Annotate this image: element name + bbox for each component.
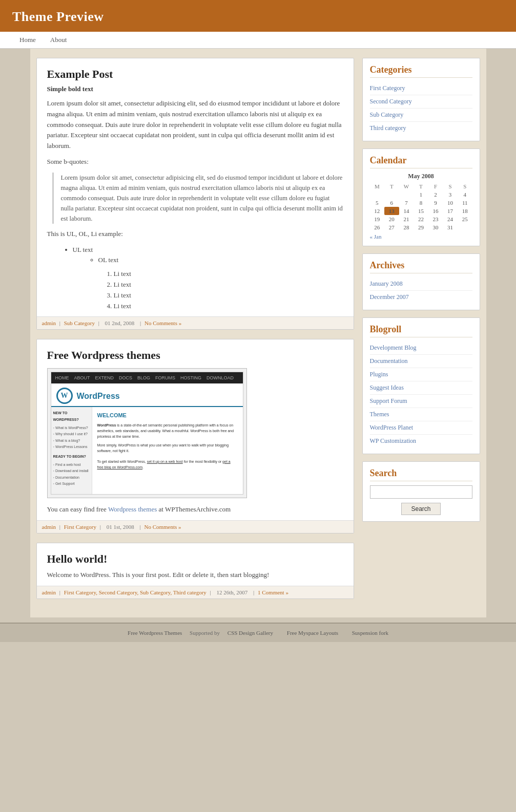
footer-myspace[interactable]: Free Myspace Layouts (287, 630, 338, 636)
nav-home[interactable]: Home (12, 32, 43, 48)
post-meta-example: admin | Sub Category | 01 2nd, 2008 | No… (37, 316, 354, 329)
ul-list: UL text OL text Li text Li text Li text … (73, 245, 343, 312)
cat-sub[interactable]: Sub Category (370, 109, 472, 122)
cal-prev-link[interactable]: « Jan (370, 233, 382, 240)
cal-row-5: 262728293031 (370, 223, 472, 231)
search-input[interactable] (370, 485, 472, 499)
cal-th-w: W (399, 182, 414, 190)
cal-row-4: 19202122232425 (370, 215, 472, 223)
main-nav: Home About (0, 32, 516, 49)
widget-blogroll: Blogroll Development Blog Documentation … (362, 317, 480, 454)
li-item-2: Li text (114, 280, 343, 290)
cal-th-m: M (370, 182, 385, 190)
widget-title-blogroll: Blogroll (370, 324, 472, 337)
widget-title-categories: Categories (370, 65, 472, 78)
wp-welcome-title: WELCOME (97, 411, 238, 420)
wp-screenshot-inner: HOME ABOUT EXTEND DOCS BLOG FORUMS HOSTI… (51, 372, 243, 495)
post-intro-text: Lorem ipsum dolor sit amet, consectetur … (47, 98, 343, 152)
wordpress-themes-link[interactable]: Wordpress themes (108, 505, 157, 513)
ol-sub-list: OL text (98, 255, 343, 266)
cal-row-2: 567891011 (370, 199, 472, 207)
blogroll-plugins[interactable]: Plugins (370, 368, 472, 381)
meta-comments-hello[interactable]: 1 Comment » (258, 589, 288, 595)
nav-about[interactable]: About (43, 32, 74, 48)
widget-title-calendar: Calendar (370, 155, 472, 168)
blogroll-suggest[interactable]: Suggest Ideas (370, 381, 472, 395)
search-button[interactable]: Search (401, 503, 440, 515)
footer-suspension[interactable]: Suspension fork (352, 630, 388, 636)
wp-nav-docs: DOCS (119, 374, 132, 381)
wp-content-area: NEW TO WORDPRESS? ◦ What is WordPress? ◦… (51, 407, 243, 494)
post-title-wordpress: Free Wordpress themes (47, 349, 343, 362)
cat-first[interactable]: First Category (370, 82, 472, 95)
meta-author-wp[interactable]: admin (42, 524, 56, 530)
post-wordpress: Free Wordpress themes HOME ABOUT EXTEND … (36, 339, 354, 533)
wp-sidebar-mini: NEW TO WORDPRESS? ◦ What is WordPress? ◦… (51, 407, 92, 494)
meta-date: 01 2nd, 2008 (105, 320, 135, 326)
post-body-wordpress: HOME ABOUT EXTEND DOCS BLOG FORUMS HOSTI… (47, 368, 343, 515)
calendar-body: 1234 567891011 12131415161718 1920212223… (370, 190, 472, 231)
widget-archives: Archives January 2008 December 2007 (362, 253, 480, 310)
calendar-table: May 2008 M T W T F S S 1234 (370, 173, 472, 231)
cal-th-s1: S (443, 182, 458, 190)
meta-category-wp[interactable]: First Category (64, 524, 96, 530)
meta-date-wp: 01 1st, 2008 (107, 524, 134, 530)
meta-date-hello: 12 26th, 2007 (217, 589, 248, 595)
post-meta-hello: admin | First Category, Second Category,… (37, 586, 354, 599)
wp-brand: WordPress (77, 390, 120, 403)
li-item-1: Li text (114, 269, 343, 280)
wp-nav-blog: BLOG (137, 374, 150, 381)
site-title: Theme Preview (12, 9, 104, 24)
wp-main-area: WELCOME WordPress is a state-of-the-art … (92, 407, 243, 494)
post-title-example: Example Post (47, 68, 343, 81)
calendar-nav: « Jan (370, 233, 472, 240)
cal-th-t2: T (414, 182, 428, 190)
meta-comments-link[interactable]: No Comments » (145, 320, 181, 326)
wp-logo-circle: W (56, 388, 73, 404)
wp-nav-about: ABOUT (74, 374, 90, 381)
cal-th-f: F (428, 182, 443, 190)
meta-author-hello[interactable]: admin (42, 589, 56, 595)
widget-categories: Categories First Category Second Categor… (362, 58, 480, 141)
bquote-label: Some b-quotes: (47, 157, 343, 167)
layout: Example Post Simple bold text Lorem ipsu… (30, 49, 486, 617)
wp-screenshot: HOME ABOUT EXTEND DOCS BLOG FORUMS HOSTI… (47, 368, 247, 498)
meta-categories-hello[interactable]: First Category, Second Category, Sub Cat… (64, 589, 207, 595)
archive-jan-2008[interactable]: January 2008 (370, 277, 472, 291)
blogroll-dev[interactable]: Development Blog (370, 341, 472, 355)
meta-category-link[interactable]: Sub Category (64, 320, 95, 326)
widget-title-search: Search (370, 468, 472, 481)
blogroll-docs[interactable]: Documentation (370, 355, 472, 368)
widget-calendar: Calendar May 2008 M T W T F S S (362, 148, 480, 246)
footer-css-gallery[interactable]: CSS Design Gallery (228, 630, 273, 636)
meta-author-link[interactable]: admin (42, 320, 56, 326)
footer-free-themes[interactable]: Free Wordpress Themes (128, 630, 182, 636)
blogroll-wp-custom[interactable]: WP Customization (370, 435, 472, 447)
archive-dec-2007[interactable]: December 2007 (370, 291, 472, 304)
wp-logo-area: W WordPress (51, 383, 243, 407)
post-body-example: Lorem ipsum dolor sit amet, consectetur … (47, 98, 343, 311)
cal-row-3: 12131415161718 (370, 207, 472, 215)
cat-second[interactable]: Second Category (370, 95, 472, 109)
cal-th-s2: S (458, 182, 472, 190)
meta-comments-wp[interactable]: No Comments » (144, 524, 181, 530)
wp-nav-forums: FORUMS (155, 374, 175, 381)
widget-search: Search Search (362, 461, 480, 522)
wp-nav-hosting: HOSTING (180, 374, 201, 381)
ol-item: OL text (98, 255, 343, 266)
wp-nav-bar: HOME ABOUT EXTEND DOCS BLOG FORUMS HOSTI… (51, 372, 243, 383)
post-body-hello: Welcome to WordPress. This is your first… (47, 570, 343, 581)
sidebar: Categories First Category Second Categor… (362, 58, 480, 608)
wp-nav-home: HOME (55, 374, 69, 381)
li-list: Li text Li text Li text Li text (114, 269, 343, 311)
cat-third[interactable]: Third category (370, 122, 472, 135)
blogroll-planet[interactable]: WordPress Planet (370, 421, 472, 435)
li-item-4: Li text (114, 301, 343, 312)
blogroll-themes[interactable]: Themes (370, 408, 472, 421)
blogroll-support[interactable]: Support Forum (370, 395, 472, 408)
footer-supported-by: Supported by (190, 630, 220, 636)
post-hello: Hello world! Welcome to WordPress. This … (36, 543, 354, 599)
main-content: Example Post Simple bold text Lorem ipsu… (36, 58, 354, 608)
ul-label: This is UL, OL, Li example: (47, 229, 343, 240)
post-subtitle-example: Simple bold text (47, 85, 343, 93)
